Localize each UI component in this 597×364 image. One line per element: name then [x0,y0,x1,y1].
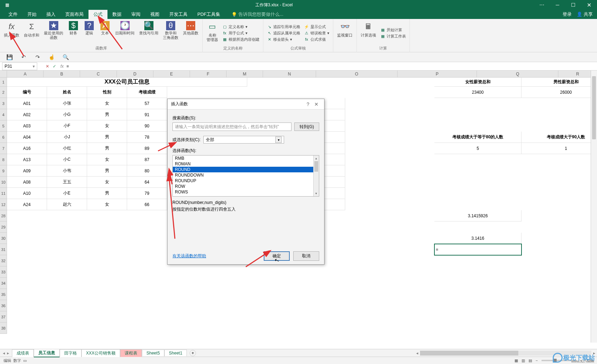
print-preview-button[interactable]: 🔍 [63,54,69,60]
data-cell[interactable]: 91 [127,109,167,120]
data-cell[interactable]: A13 [7,154,47,165]
data-cell[interactable]: 80 [127,165,167,177]
title-cell[interactable]: XXX公司员工信息 [7,78,247,87]
function-help-link[interactable]: 有关该函数的帮助 [172,253,206,259]
row-header[interactable]: 30 [0,233,7,244]
minimize-button[interactable]: ─ [550,0,565,10]
dialog-close-button[interactable]: ✕ [312,101,321,107]
touch-mode-button[interactable]: ☝ [48,54,55,60]
close-button[interactable]: ✕ [581,0,597,10]
data-cell[interactable]: 26000 [521,87,597,98]
row-header[interactable]: 34 [0,278,7,289]
data-cell[interactable]: 男 [87,188,127,199]
view-page-layout-button[interactable]: ▥ [521,358,525,363]
row-header[interactable]: 32 [0,255,7,266]
data-cell[interactable]: 66 [127,199,167,210]
scroll-up-icon[interactable]: ▴ [314,155,319,161]
lookup-button[interactable]: 🔍查找与引用 [137,20,160,46]
row-header[interactable]: 38 [0,323,7,334]
fx-icon[interactable]: fx [60,64,64,69]
data-cell[interactable]: 男 [87,165,127,177]
data-cell[interactable]: A08 [7,177,47,188]
data-cell[interactable]: A02 [7,109,47,120]
data-cell[interactable]: 男 [87,143,127,154]
data-cell[interactable]: A09 [7,165,47,177]
data-cell[interactable]: 小G [47,109,87,120]
ribbon-display-options[interactable]: ⋯ [534,0,550,10]
macro-record-icon[interactable]: ▭ [23,358,27,363]
list-item[interactable]: ROUNDUP [173,178,319,184]
row-header[interactable]: 8 [0,154,7,165]
header-cell[interactable]: 考核成绩大于等于80的人数 [434,132,521,143]
listbox-scrollbar[interactable]: ▴▾ [313,155,319,196]
view-page-break-button[interactable]: ▤ [529,358,532,363]
data-cell[interactable]: 小张 [47,98,87,109]
formula-bar-input[interactable]: = [64,64,597,69]
sheet-tab-1[interactable]: 员工信息 [34,349,60,357]
calculate-now-button[interactable]: ▦开始计算 [380,27,406,33]
tab-formulas[interactable]: 公式 [88,10,107,19]
save-button[interactable]: 💾 [6,54,13,60]
datetime-button[interactable]: 🕐日期和时间 [113,20,136,46]
recent-functions-button[interactable]: ★最近使用的 函数 [42,20,65,46]
text-button[interactable]: A文本 [98,20,112,46]
math-button[interactable]: θ数学和 三角函数 [161,20,180,46]
sheet-tab-5[interactable]: Sheet5 [142,350,164,356]
sheet-tab-3[interactable]: XXX公司销售额 [81,349,120,357]
data-cell[interactable]: 小红 [47,143,87,154]
row-header[interactable]: 33 [0,266,7,278]
sheet-tab-6[interactable]: Sheet1 [164,350,187,356]
function-listbox[interactable]: RMB ROMAN ROUND ROUNDDOWN ROUNDUP ROW RO… [172,155,319,197]
data-cell[interactable]: 小C [47,154,87,165]
tab-page-layout[interactable]: 页面布局 [60,10,88,19]
data-cell[interactable]: 79 [127,188,167,199]
row-header[interactable]: 12 [0,199,7,210]
data-cell[interactable]: 57 [127,98,167,109]
sheet-tab-0[interactable]: 成绩表 [12,349,34,357]
logical-button[interactable]: ?逻辑 [82,20,97,46]
name-box[interactable]: P31▾ [2,62,37,70]
create-from-selection-button[interactable]: ▦根据所选内容创建 [222,37,260,42]
data-cell[interactable]: 5 [434,143,521,154]
data-cell[interactable]: 小韦 [47,165,87,177]
data-cell[interactable]: A10 [7,188,47,199]
row-header[interactable]: 1 [0,78,7,87]
row-header[interactable]: 2 [0,87,7,98]
data-cell[interactable]: 小J [47,132,87,143]
column-header[interactable]: E [153,71,190,77]
row-header[interactable]: 5 [0,120,7,132]
vertical-scrollbar[interactable] [591,71,597,343]
tab-developer[interactable]: 开发工具 [164,10,192,19]
header-cell[interactable]: 性别 [87,87,127,98]
row-header[interactable]: 31 [0,244,7,255]
tab-home[interactable]: 开始 [22,10,41,19]
dialog-help-button[interactable]: ? [304,101,312,107]
list-item[interactable]: ROWS [173,189,319,195]
column-header[interactable]: Q [477,71,558,77]
watch-window-button[interactable]: 👓监视窗口 [335,20,354,47]
financial-button[interactable]: $财务 [66,20,81,46]
view-normal-button[interactable]: ▦ [514,358,518,363]
list-item[interactable]: ROW [173,184,319,189]
search-function-input[interactable]: 请输入一条简短说明来描述您想做什么，然后单击"转到" [172,123,291,131]
undo-button[interactable]: ↶ [20,54,27,60]
list-item[interactable]: RMB [173,155,319,161]
row-header[interactable]: 35 [0,289,7,300]
list-item[interactable]: ROMAN [173,161,319,167]
data-cell[interactable]: 王五 [47,177,87,188]
data-cell[interactable]: 女 [87,177,127,188]
scrollbar-thumb[interactable] [592,76,596,139]
scroll-left-icon[interactable]: ◂ [414,351,420,356]
tab-file[interactable]: 文件 [4,10,22,19]
row-header[interactable]: 37 [0,311,7,323]
data-cell[interactable]: 23400 [434,87,521,98]
header-cell[interactable]: 男性薪资总和 [521,78,597,87]
column-header[interactable]: B [44,71,80,77]
cancel-edit-button[interactable]: ✕ [46,64,49,69]
insert-function-button[interactable]: fx插入函数 [2,20,21,46]
calculation-options-button[interactable]: 🖩计算选项 [359,20,378,46]
listbox-thumb[interactable] [314,161,318,172]
sheet-tab-2[interactable]: 田字格 [60,349,81,357]
header-cell[interactable]: 姓名 [47,87,87,98]
data-cell[interactable]: 小F [47,120,87,132]
